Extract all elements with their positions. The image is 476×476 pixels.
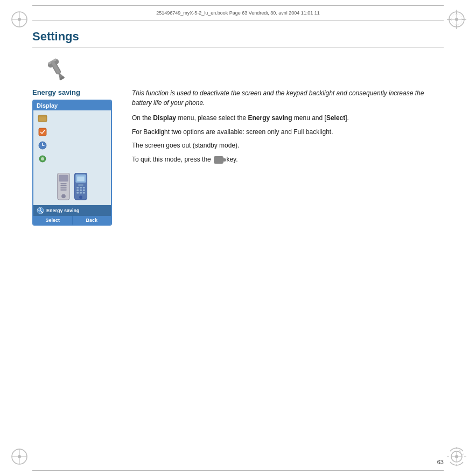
para3: The screen goes out (standby mode). [132,141,444,151]
para1-after: menu and [ [292,114,326,122]
phone-menu-item-1 [36,113,109,124]
page-number: 63 [437,459,444,465]
corner-br [447,447,466,466]
para2: For Backlight two options are available:… [132,127,444,137]
main-content: Settings Energy saving Display [32,30,444,449]
para1-display: Display [153,114,176,122]
highlighted-row-label: Energy saving [46,208,80,213]
phone-screen-header: Display [33,101,111,110]
svg-point-37 [41,157,44,160]
svg-rect-47 [77,177,84,181]
menu-icon-1 [37,114,48,123]
phone-select-btn[interactable]: Select [33,216,73,225]
page-title: Settings [32,30,444,47]
svg-point-58 [79,195,82,199]
svg-rect-50 [80,187,82,188]
top-bar-text: 251496749_myX-5-2_lu_en.book Page 63 Ven… [156,10,320,16]
corner-bl [10,447,29,466]
settings-icon-area [43,57,444,83]
description-italic: This function is used to deactivate the … [132,88,444,108]
phone-footer: Select Back [33,216,111,225]
corner-tr [447,10,466,29]
mini-phone-2 [73,173,88,201]
menu-icon-2 [37,127,48,137]
svg-rect-49 [76,187,79,188]
left-col: Energy saving Display [32,88,116,226]
search-circle-icon [37,207,44,214]
phone-highlighted-row: Energy saving [33,205,111,216]
svg-point-26 [455,455,458,458]
svg-rect-56 [80,192,82,194]
right-col: This function is used to deactivate the … [132,88,444,226]
svg-rect-41 [60,185,67,186]
svg-rect-43 [60,190,67,191]
svg-rect-55 [76,192,79,194]
phone-body [33,110,111,205]
svg-point-7 [455,18,458,21]
para4: To quit this mode, press the key. [132,155,444,165]
phone-menu-item-3 [36,139,109,151]
para4-before: To quit this mode, press the [132,156,213,163]
svg-point-16 [18,455,21,458]
menu-icon-3 [37,141,48,150]
para1-middle: menu, please select the [176,114,248,122]
svg-rect-42 [60,187,67,188]
para1-energy: Energy saving [248,114,292,122]
corner-tl [10,10,29,29]
para4-after: key. [226,156,237,163]
phone-screen: Display [32,100,112,226]
svg-rect-57 [83,192,85,194]
phone-images [36,166,109,203]
svg-point-44 [61,194,66,198]
phone-menu-item-4 [36,153,109,165]
para1: On the Display menu, please select the E… [132,113,444,123]
top-bar: 251496749_myX-5-2_lu_en.book Page 63 Ven… [32,5,444,20]
svg-rect-54 [83,190,85,191]
svg-rect-39 [59,175,68,182]
para1-end: ]. [345,114,349,122]
content-row: Energy saving Display [32,88,444,226]
svg-rect-48 [78,184,83,186]
menu-icon-4 [37,154,48,164]
para1-select: Select [326,114,345,122]
section-title: Energy saving [32,88,116,96]
bottom-bar [32,470,444,471]
svg-rect-51 [83,187,85,188]
para1-before: On the [132,114,153,122]
svg-rect-32 [38,115,47,122]
phone-menu-item-2 [36,126,109,138]
svg-rect-40 [60,183,67,184]
mini-phone-1 [56,173,71,201]
phone-back-btn[interactable]: Back [73,216,111,225]
key-icon [214,156,223,164]
svg-rect-53 [80,190,82,191]
svg-point-3 [18,18,21,21]
svg-rect-34 [39,128,46,136]
wrench-icon [43,57,70,81]
svg-rect-52 [76,190,79,191]
svg-line-24 [459,450,460,452]
